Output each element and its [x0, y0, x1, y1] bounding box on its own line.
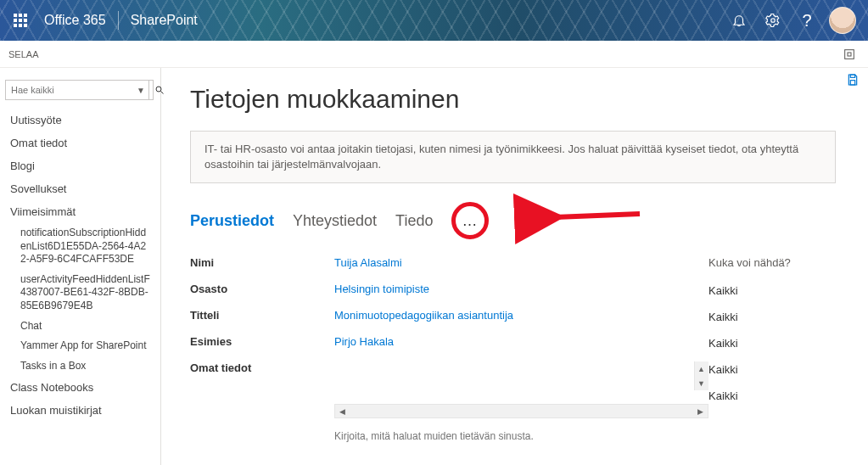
field-row: Osasto Helsingin toimipiste	[190, 283, 708, 295]
field-row: Esimies Pirjo Hakala	[190, 335, 708, 348]
svg-rect-1	[845, 49, 854, 59]
help-button[interactable]: ?	[790, 0, 824, 41]
nav-luokan-muistikirjat[interactable]: Luokan muistikirjat	[0, 399, 160, 422]
waffle-icon	[14, 14, 27, 27]
user-avatar[interactable]	[829, 7, 856, 34]
profile-tabs: Perustiedot Yhteystiedot Tiedo …	[190, 202, 836, 239]
field-value-esimies[interactable]: Pirjo Hakala	[334, 335, 708, 348]
ribbon-row: SELAA	[0, 41, 868, 68]
nav-class-notebooks[interactable]: Class Notebooks	[0, 376, 160, 399]
visibility-header: Kuka voi nähdä?	[708, 256, 836, 269]
scroll-up-icon[interactable]: ▲	[694, 361, 708, 376]
nav-recent-item[interactable]: Chat	[0, 317, 160, 337]
annotation-arrow	[546, 199, 648, 245]
field-row: Nimi Tuija Alasalmi	[190, 256, 708, 269]
settings-button[interactable]	[756, 0, 790, 41]
nav-recent-item[interactable]: notificationSubscriptionHiddenList6D1E55…	[0, 223, 160, 270]
gear-icon	[765, 13, 781, 28]
main-content: Tietojen muokkaaminen IT- tai HR-osasto …	[161, 68, 868, 465]
nav-blogi[interactable]: Blogi	[0, 154, 160, 177]
info-banner: IT- tai HR-osasto voi antaa joitakin tie…	[190, 131, 836, 183]
field-value-nimi[interactable]: Tuija Alasalmi	[334, 256, 708, 269]
search-box[interactable]: ▼	[5, 80, 154, 100]
visibility-value: Kaikki	[708, 363, 836, 376]
site-label[interactable]: SharePoint	[131, 13, 198, 28]
nav-uutissyote[interactable]: Uutissyöte	[0, 109, 160, 132]
visibility-value: Kaikki	[708, 389, 836, 402]
omat-tiedot-editor[interactable]: ▲ ▼	[334, 361, 708, 390]
tabs-overflow-button[interactable]: …	[462, 212, 479, 230]
focus-icon	[843, 48, 856, 61]
nav-viimeisimmat[interactable]: Viimeisimmät	[0, 200, 160, 223]
svg-line-7	[555, 214, 640, 217]
nav-recent-item[interactable]: userActivityFeedHiddenListF4387007-BE61-…	[0, 270, 160, 317]
ribbon-browse-tab[interactable]: SELAA	[8, 49, 38, 59]
tab-yhteystiedot[interactable]: Yhteystiedot	[293, 212, 377, 230]
brand-label[interactable]: Office 365	[44, 13, 106, 28]
field-value-titteli[interactable]: Monimuotopedagogiikan asiantuntija	[334, 309, 708, 322]
notifications-button[interactable]	[722, 0, 756, 41]
scroll-down-icon[interactable]: ▼	[694, 376, 708, 390]
nav-sovellukset[interactable]: Sovellukset	[0, 177, 160, 200]
search-input[interactable]	[6, 85, 133, 95]
svg-rect-5	[850, 75, 854, 77]
field-row: Titteli Monimuotopedagogiikan asiantunti…	[190, 309, 708, 322]
scroll-left-icon[interactable]: ◀	[335, 405, 350, 417]
nav-recent-item[interactable]: Tasks in a Box	[0, 356, 160, 377]
tab-tiedot[interactable]: Tiedo	[395, 212, 433, 230]
field-label: Omat tiedot	[190, 361, 334, 374]
field-value-osasto[interactable]: Helsingin toimipiste	[334, 283, 708, 295]
field-row: Omat tiedot ▲ ▼	[190, 361, 708, 390]
suite-bar: Office 365 SharePoint ?	[0, 0, 868, 41]
visibility-value: Kaikki	[708, 337, 836, 350]
left-nav: ▼ Uutissyöte Omat tiedot Blogi Sovelluks…	[0, 68, 161, 465]
field-label: Osasto	[190, 283, 334, 295]
field-label: Titteli	[190, 309, 334, 322]
nav-recent-item[interactable]: Yammer App for SharePoint	[0, 336, 160, 356]
save-icon	[846, 73, 860, 87]
tab-perustiedot[interactable]: Perustiedot	[190, 212, 274, 230]
field-label: Esimies	[190, 335, 334, 348]
app-launcher[interactable]	[7, 7, 34, 34]
horizontal-scrollbar[interactable]: ◀ ▶	[334, 404, 708, 418]
separator	[118, 11, 119, 30]
visibility-value: Kaikki	[708, 311, 836, 323]
focus-content-button[interactable]	[839, 44, 860, 64]
question-icon: ?	[802, 11, 811, 31]
field-label: Nimi	[190, 256, 334, 269]
svg-rect-2	[848, 53, 851, 56]
svg-point-3	[156, 87, 161, 92]
vertical-scrollbar[interactable]: ▲ ▼	[694, 361, 708, 390]
save-shortcut[interactable]	[846, 73, 860, 89]
scroll-right-icon[interactable]: ▶	[693, 405, 708, 417]
nav-omat-tiedot[interactable]: Omat tiedot	[0, 132, 160, 154]
search-scope-dropdown[interactable]: ▼	[133, 86, 148, 95]
svg-point-0	[771, 19, 776, 23]
visibility-value: Kaikki	[708, 284, 836, 297]
bell-icon	[731, 13, 747, 28]
page-title: Tietojen muokkaaminen	[190, 85, 836, 114]
svg-rect-6	[850, 81, 854, 85]
helper-text: Kirjoita, mitä haluat muiden tietävän si…	[334, 430, 708, 442]
